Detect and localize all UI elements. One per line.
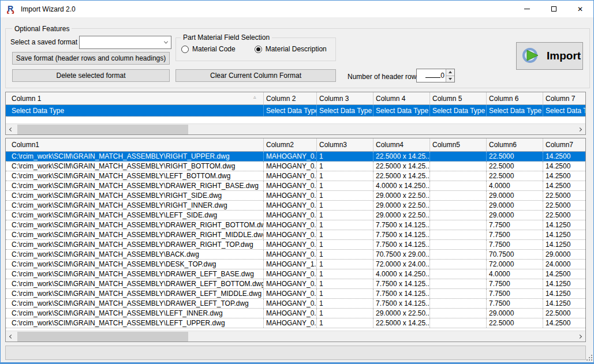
cell[interactable] <box>430 201 487 210</box>
spin-up-button[interactable] <box>446 69 454 76</box>
cell[interactable]: 70.7500 <box>487 250 543 259</box>
cell[interactable]: 14.1250 <box>543 240 586 249</box>
cell[interactable]: 14.2500 <box>543 162 586 171</box>
cell[interactable]: MAHOGANY_0... <box>264 220 317 230</box>
mapping-grid-hscrollbar[interactable] <box>6 123 585 134</box>
cell[interactable]: 14.2500 <box>543 318 586 328</box>
cell[interactable]: 1 <box>317 181 373 190</box>
header-rows-spinner[interactable]: 0 <box>416 69 455 82</box>
select-data-type-row[interactable]: Select Data Type Select Data Type Select… <box>6 105 585 117</box>
cell[interactable] <box>430 309 487 318</box>
scroll-thumb[interactable] <box>17 332 188 342</box>
cell[interactable]: 22.5000 x 14.25... <box>373 171 430 181</box>
cell[interactable]: 7.7500 x 14.125... <box>373 230 430 239</box>
cell[interactable] <box>430 191 487 200</box>
cell[interactable]: 29.0000 <box>543 250 586 259</box>
cell[interactable]: 7.7500 x 14.125... <box>373 220 430 230</box>
cell[interactable]: 1 <box>317 201 373 210</box>
table-row[interactable]: C:\rcim_work\SCIM\GRAIN_MATCH_ASSEMBLY\B… <box>6 250 585 260</box>
table-row[interactable]: C:\rcim_work\SCIM\GRAIN_MATCH_ASSEMBLY\D… <box>6 299 585 309</box>
cell[interactable]: 22.5000 x 14.25... <box>373 162 430 171</box>
cell[interactable]: C:\rcim_work\SCIM\GRAIN_MATCH_ASSEMBLY\D… <box>6 230 264 239</box>
cell[interactable] <box>430 299 487 308</box>
cell[interactable]: MAHOGANY_0... <box>264 171 317 181</box>
select-data-type-cell[interactable]: Select Data Type <box>317 105 373 116</box>
table-row[interactable]: C:\rcim_work\SCIM\GRAIN_MATCH_ASSEMBLY\D… <box>6 240 585 250</box>
cell[interactable]: 24.0000 <box>543 260 586 269</box>
table-row[interactable]: C:\rcim_work\SCIM\GRAIN_MATCH_ASSEMBLY\R… <box>6 152 585 162</box>
cell[interactable]: 72.0000 x 24.00... <box>373 260 430 269</box>
cell[interactable]: MAHOGANY_0... <box>264 309 317 318</box>
close-button[interactable]: ✕ <box>567 1 593 17</box>
cell[interactable]: MAHOGANY_0... <box>264 289 317 298</box>
scroll-thumb[interactable] <box>17 125 188 134</box>
cell[interactable] <box>430 181 487 190</box>
data-grid-hscrollbar[interactable] <box>6 331 585 342</box>
minimize-button[interactable] <box>514 1 540 17</box>
cell[interactable]: 7.7500 x 14.125... <box>373 289 430 298</box>
cell[interactable]: MAHOGANY_0... <box>264 211 317 220</box>
cell[interactable]: 14.1250 <box>543 299 586 308</box>
select-data-type-cell[interactable]: Select Data Type <box>264 105 317 116</box>
column-header[interactable]: Column7 <box>543 138 586 151</box>
cell[interactable]: 4.0000 x 14.250... <box>373 181 430 190</box>
cell[interactable]: 70.7500 x 29.00... <box>373 250 430 259</box>
cell[interactable] <box>430 152 487 161</box>
cell[interactable]: C:\rcim_work\SCIM\GRAIN_MATCH_ASSEMBLY\R… <box>6 191 264 200</box>
cell[interactable]: 7.7500 x 14.125... <box>373 240 430 249</box>
column-header[interactable]: Column5 <box>430 138 487 151</box>
table-row[interactable]: C:\rcim_work\SCIM\GRAIN_MATCH_ASSEMBLY\D… <box>6 279 585 289</box>
cell[interactable]: 22.5000 <box>487 162 543 171</box>
cell[interactable]: 22.5000 <box>487 152 543 161</box>
cell[interactable]: 29.0000 x 22.50... <box>373 309 430 318</box>
column-header[interactable]: Column 5 <box>430 92 487 104</box>
cell[interactable]: C:\rcim_work\SCIM\GRAIN_MATCH_ASSEMBLY\D… <box>6 289 264 298</box>
cell[interactable] <box>430 289 487 298</box>
cell[interactable]: 14.1250 <box>543 230 586 239</box>
cell[interactable]: 14.1250 <box>543 279 586 288</box>
select-data-type-cell[interactable]: Select Data Type <box>373 105 430 116</box>
cell[interactable] <box>430 211 487 220</box>
cell[interactable] <box>430 220 487 230</box>
radio-option[interactable]: Material Description <box>255 45 327 53</box>
cell[interactable]: 7.7500 <box>487 299 543 308</box>
column-header[interactable]: Column3 <box>317 138 373 151</box>
table-row[interactable]: C:\rcim_work\SCIM\GRAIN_MATCH_ASSEMBLY\R… <box>6 201 585 211</box>
cell[interactable]: 1 <box>317 211 373 220</box>
cell[interactable]: 1 <box>317 318 373 328</box>
cell[interactable]: C:\rcim_work\SCIM\GRAIN_MATCH_ASSEMBLY\B… <box>6 250 264 259</box>
cell[interactable]: C:\rcim_work\SCIM\GRAIN_MATCH_ASSEMBLY\D… <box>6 240 264 249</box>
cell[interactable]: 22.5000 <box>543 309 586 318</box>
table-row[interactable]: C:\rcim_work\SCIM\GRAIN_MATCH_ASSEMBLY\L… <box>6 171 585 181</box>
scroll-left-button[interactable] <box>6 331 17 342</box>
cell[interactable]: 1 <box>317 171 373 181</box>
cell[interactable]: C:\rcim_work\SCIM\GRAIN_MATCH_ASSEMBLY\D… <box>6 269 264 279</box>
cell[interactable]: 29.0000 x 22.50... <box>373 191 430 200</box>
radio-option[interactable]: Material Code <box>181 45 236 53</box>
table-row[interactable]: C:\rcim_work\SCIM\GRAIN_MATCH_ASSEMBLY\L… <box>6 211 585 220</box>
table-row[interactable]: C:\rcim_work\SCIM\GRAIN_MATCH_ASSEMBLY\L… <box>6 318 585 328</box>
cell[interactable] <box>430 162 487 171</box>
cell[interactable]: 14.1250 <box>543 289 586 298</box>
cell[interactable]: MAHOGANY_0... <box>264 191 317 200</box>
cell[interactable] <box>430 279 487 288</box>
column-header[interactable]: Column 4 <box>373 92 430 104</box>
cell[interactable] <box>430 250 487 259</box>
cell[interactable]: C:\rcim_work\SCIM\GRAIN_MATCH_ASSEMBLY\D… <box>6 279 264 288</box>
import-button[interactable]: Import <box>516 42 583 70</box>
scroll-left-button[interactable] <box>6 124 17 135</box>
cell[interactable]: 29.0000 <box>487 211 543 220</box>
cell[interactable]: 14.2500 <box>543 152 586 161</box>
cell[interactable]: C:\rcim_work\SCIM\GRAIN_MATCH_ASSEMBLY\L… <box>6 309 264 318</box>
column-header[interactable]: Column1 <box>6 138 264 151</box>
cell[interactable]: 22.5000 <box>543 211 586 220</box>
cell[interactable]: C:\rcim_work\SCIM\GRAIN_MATCH_ASSEMBLY\D… <box>6 299 264 308</box>
cell[interactable]: C:\rcim_work\SCIM\GRAIN_MATCH_ASSEMBLY\D… <box>6 260 264 269</box>
cell[interactable]: MAHOGANY_0... <box>264 250 317 259</box>
table-row[interactable]: C:\rcim_work\SCIM\GRAIN_MATCH_ASSEMBLY\D… <box>6 289 585 299</box>
column-header[interactable]: Column 1 <box>6 92 264 104</box>
cell[interactable]: 7.7500 <box>487 240 543 249</box>
cell[interactable]: MAHOGANY_0... <box>264 279 317 288</box>
cell[interactable]: MAHOGANY_0... <box>264 318 317 328</box>
cell[interactable]: 22.5000 x 14.25... <box>373 152 430 161</box>
